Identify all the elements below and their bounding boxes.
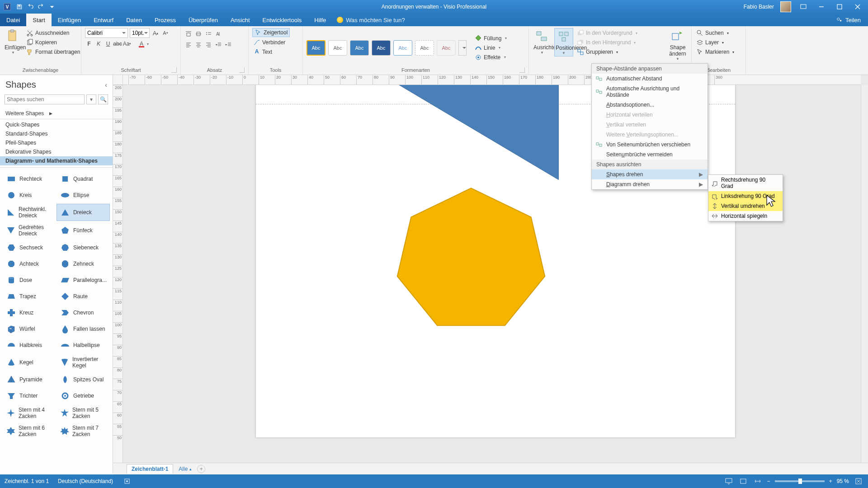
fit-window-icon[interactable]	[854, 477, 863, 485]
stencil-decorative[interactable]: Dekorative Shapes	[0, 147, 113, 156]
menu-item[interactable]: Automatischer Abstand	[592, 74, 708, 84]
stencil-quick[interactable]: Quick-Shapes	[0, 120, 113, 129]
align-right-icon[interactable]	[204, 41, 212, 49]
case-button[interactable]: Aa▾	[123, 40, 131, 48]
stencil-arrow[interactable]: Pfeil-Shapes	[0, 138, 113, 147]
submenu-item[interactable]: Linksdrehung 90 Grad	[708, 191, 783, 201]
style-swatch-2[interactable]: Abc	[328, 40, 347, 56]
shape-item[interactable]: Fünfeck	[57, 222, 110, 239]
shape-item[interactable]: Stern mit 7 Zacken	[57, 422, 110, 440]
strike-button[interactable]: abc	[113, 40, 122, 48]
style-swatch-5[interactable]: Abc	[393, 40, 412, 56]
presentation-view-icon[interactable]	[724, 477, 734, 485]
style-swatch-7[interactable]: Abc	[437, 40, 456, 56]
all-pages-button[interactable]: Alle ▴	[179, 466, 192, 472]
shape-item[interactable]: Dose	[3, 272, 55, 288]
layer-button[interactable]: Layer▾	[695, 38, 735, 47]
shape-item[interactable]: Raute	[57, 289, 110, 304]
position-button[interactable]: Positionieren▼	[554, 28, 573, 56]
zoom-out-icon[interactable]: −	[767, 478, 770, 484]
tab-entwicklertools[interactable]: Entwicklertools	[256, 14, 308, 26]
user-name[interactable]: Fabio Basler	[744, 4, 774, 10]
ribbon-display-icon[interactable]	[797, 2, 809, 11]
shape-item[interactable]: Stern mit 6 Zacken	[3, 422, 55, 440]
grow-font-icon[interactable]: A▴	[151, 29, 160, 37]
shape-item[interactable]: Sechseck	[3, 240, 55, 255]
font-name-combo[interactable]: Calibri	[85, 28, 128, 38]
tab-hilfe[interactable]: Hilfe	[308, 14, 332, 26]
tab-file[interactable]: Datei	[0, 14, 26, 26]
shrink-font-icon[interactable]: A▾	[161, 29, 170, 37]
zoom-slider[interactable]	[775, 480, 825, 482]
find-button[interactable]: Suchen▾	[695, 29, 735, 37]
tab-entwurf[interactable]: Entwurf	[87, 14, 120, 26]
send-back-button[interactable]: In den Hintergrund▾	[576, 38, 638, 47]
submenu-item[interactable]: Horizontal spiegeln	[708, 211, 783, 221]
vertical-ruler[interactable]: 2052001951901851801751701651601551501451…	[113, 85, 123, 464]
align-middle-icon[interactable]	[194, 30, 203, 38]
align-left-icon[interactable]	[184, 41, 193, 49]
shape-item[interactable]: Chevron	[57, 305, 110, 320]
more-shapes-item[interactable]: Weitere Shapes▶	[0, 109, 113, 118]
fit-page-icon[interactable]	[738, 477, 748, 485]
shape-item[interactable]: Gedrehtes Dreieck	[3, 222, 55, 239]
shape-item[interactable]: Trichter	[3, 388, 55, 404]
style-swatch-6[interactable]: Abc	[415, 40, 434, 56]
shape-item[interactable]: Parallelogra...	[57, 272, 110, 288]
shape-item[interactable]: Rechteck	[3, 171, 55, 187]
bring-front-button[interactable]: In den Vordergrund▾	[576, 29, 638, 37]
menu-item[interactable]: Diagramm drehen▶	[592, 179, 708, 189]
stencil-diagram-math[interactable]: Diagramm- und Mathematik-Shapes	[0, 156, 113, 165]
shape-item[interactable]: Rechtwinkl. Dreieck	[3, 204, 55, 221]
shape-item[interactable]: Halbellipse	[57, 338, 110, 353]
style-gallery-more-icon[interactable]	[458, 40, 467, 56]
status-language[interactable]: Deutsch (Deutschland)	[58, 478, 113, 484]
paste-button[interactable]: Einfügen ▼	[4, 28, 23, 56]
heptagon-shape[interactable]	[394, 185, 548, 330]
indent-dec-icon[interactable]	[214, 41, 222, 49]
menu-item[interactable]: Seitenumbrüche vermeiden	[592, 150, 708, 160]
cut-button[interactable]: Ausschneiden	[25, 29, 81, 37]
share-button[interactable]: Teilen	[829, 14, 868, 26]
add-page-icon[interactable]: +	[197, 465, 205, 473]
vertical-scrollbar[interactable]	[861, 85, 868, 464]
paragraph-launcher-icon[interactable]	[239, 67, 245, 73]
shape-item[interactable]: Siebeneck	[57, 240, 110, 255]
line-button[interactable]: Linie▾	[474, 44, 508, 52]
shape-item[interactable]: Quadrat	[57, 171, 110, 187]
bold-button[interactable]: F	[85, 40, 93, 48]
menu-item[interactable]: Von Seitenumbrüchen verschieben	[592, 140, 708, 150]
collapse-pane-icon[interactable]: ‹	[105, 81, 107, 89]
shape-item[interactable]: Stern mit 4 Zacken	[3, 404, 55, 422]
shape-item[interactable]: Würfel	[3, 321, 55, 337]
align-button[interactable]: Ausrichten▼	[533, 28, 552, 56]
search-dropdown-icon[interactable]: ▾	[86, 94, 96, 104]
menu-item[interactable]: Shapes drehen▶	[592, 169, 708, 179]
shape-item[interactable]: Stern mit 5 Zacken	[57, 404, 110, 422]
style-swatch-1[interactable]: Abc	[307, 40, 326, 56]
close-icon[interactable]	[852, 2, 863, 11]
tab-ansicht[interactable]: Ansicht	[224, 14, 256, 26]
tab-einfuegen[interactable]: Einfügen	[52, 14, 87, 26]
shape-item[interactable]: Getriebe	[57, 388, 110, 404]
copy-button[interactable]: Kopieren	[25, 38, 81, 47]
shape-item[interactable]: Fallen lassen	[57, 321, 110, 337]
menu-item[interactable]: Automatische Ausrichtung und Abstände	[592, 84, 708, 100]
stencil-standard[interactable]: Standard-Shapes	[0, 129, 113, 138]
shape-style-gallery[interactable]: Abc Abc Abc Abc Abc Abc Abc	[307, 40, 467, 56]
submenu-item[interactable]: Rechtsdrehung 90 Grad	[708, 175, 783, 191]
align-top-icon[interactable]	[184, 30, 193, 38]
font-launcher-icon[interactable]	[171, 67, 177, 73]
change-shape-button[interactable]: Shapeändern▼	[668, 28, 687, 62]
text-tool[interactable]: AText	[252, 48, 273, 56]
shape-search-input[interactable]	[5, 94, 85, 104]
font-size-combo[interactable]: 10pt.	[130, 28, 150, 38]
minimize-icon[interactable]	[816, 2, 827, 11]
format-painter-button[interactable]: Format übertragen	[25, 48, 81, 56]
style-swatch-3[interactable]: Abc	[350, 40, 369, 56]
shape-item[interactable]: Spitzes Oval	[57, 372, 110, 387]
zoom-level[interactable]: 95 %	[837, 478, 849, 484]
select-button[interactable]: Markieren▾	[695, 48, 735, 56]
shape-item[interactable]: Kreis	[3, 188, 55, 203]
fill-button[interactable]: Füllung▾	[474, 34, 508, 42]
